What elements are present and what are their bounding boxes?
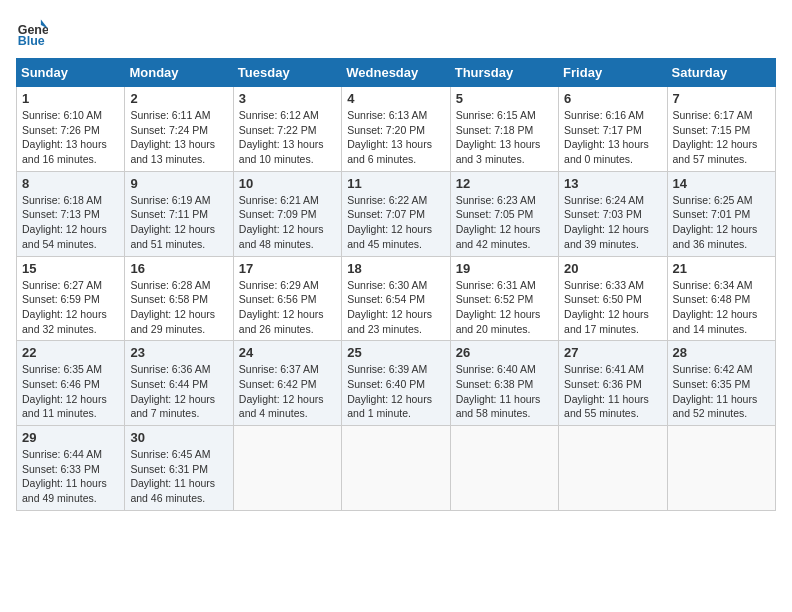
day-number: 21 [673, 261, 770, 276]
day-number: 1 [22, 91, 119, 106]
page-header: General Blue [16, 16, 776, 48]
day-number: 9 [130, 176, 227, 191]
calendar-cell: 1Sunrise: 6:10 AMSunset: 7:26 PMDaylight… [17, 87, 125, 172]
day-detail: Sunrise: 6:31 AMSunset: 6:52 PMDaylight:… [456, 278, 553, 337]
calendar-table: SundayMondayTuesdayWednesdayThursdayFrid… [16, 58, 776, 511]
day-detail: Sunrise: 6:12 AMSunset: 7:22 PMDaylight:… [239, 108, 336, 167]
day-number: 2 [130, 91, 227, 106]
calendar-week-5: 29Sunrise: 6:44 AMSunset: 6:33 PMDayligh… [17, 426, 776, 511]
day-detail: Sunrise: 6:23 AMSunset: 7:05 PMDaylight:… [456, 193, 553, 252]
calendar-week-4: 22Sunrise: 6:35 AMSunset: 6:46 PMDayligh… [17, 341, 776, 426]
calendar-cell: 29Sunrise: 6:44 AMSunset: 6:33 PMDayligh… [17, 426, 125, 511]
day-number: 13 [564, 176, 661, 191]
day-number: 8 [22, 176, 119, 191]
day-detail: Sunrise: 6:35 AMSunset: 6:46 PMDaylight:… [22, 362, 119, 421]
svg-text:Blue: Blue [18, 34, 45, 48]
calendar-cell: 24Sunrise: 6:37 AMSunset: 6:42 PMDayligh… [233, 341, 341, 426]
day-number: 24 [239, 345, 336, 360]
header-row: SundayMondayTuesdayWednesdayThursdayFrid… [17, 59, 776, 87]
day-detail: Sunrise: 6:18 AMSunset: 7:13 PMDaylight:… [22, 193, 119, 252]
day-detail: Sunrise: 6:21 AMSunset: 7:09 PMDaylight:… [239, 193, 336, 252]
calendar-cell: 2Sunrise: 6:11 AMSunset: 7:24 PMDaylight… [125, 87, 233, 172]
day-detail: Sunrise: 6:39 AMSunset: 6:40 PMDaylight:… [347, 362, 444, 421]
calendar-cell: 25Sunrise: 6:39 AMSunset: 6:40 PMDayligh… [342, 341, 450, 426]
calendar-cell: 7Sunrise: 6:17 AMSunset: 7:15 PMDaylight… [667, 87, 775, 172]
calendar-cell: 14Sunrise: 6:25 AMSunset: 7:01 PMDayligh… [667, 171, 775, 256]
day-number: 6 [564, 91, 661, 106]
day-number: 28 [673, 345, 770, 360]
calendar-cell: 6Sunrise: 6:16 AMSunset: 7:17 PMDaylight… [559, 87, 667, 172]
day-number: 15 [22, 261, 119, 276]
day-number: 29 [22, 430, 119, 445]
day-number: 7 [673, 91, 770, 106]
calendar-cell: 20Sunrise: 6:33 AMSunset: 6:50 PMDayligh… [559, 256, 667, 341]
day-detail: Sunrise: 6:45 AMSunset: 6:31 PMDaylight:… [130, 447, 227, 506]
calendar-cell: 26Sunrise: 6:40 AMSunset: 6:38 PMDayligh… [450, 341, 558, 426]
calendar-cell [342, 426, 450, 511]
calendar-cell: 3Sunrise: 6:12 AMSunset: 7:22 PMDaylight… [233, 87, 341, 172]
day-number: 10 [239, 176, 336, 191]
calendar-cell: 11Sunrise: 6:22 AMSunset: 7:07 PMDayligh… [342, 171, 450, 256]
calendar-cell: 23Sunrise: 6:36 AMSunset: 6:44 PMDayligh… [125, 341, 233, 426]
day-detail: Sunrise: 6:34 AMSunset: 6:48 PMDaylight:… [673, 278, 770, 337]
day-number: 30 [130, 430, 227, 445]
column-header-sunday: Sunday [17, 59, 125, 87]
day-number: 14 [673, 176, 770, 191]
day-detail: Sunrise: 6:15 AMSunset: 7:18 PMDaylight:… [456, 108, 553, 167]
day-number: 25 [347, 345, 444, 360]
day-detail: Sunrise: 6:33 AMSunset: 6:50 PMDaylight:… [564, 278, 661, 337]
calendar-cell: 17Sunrise: 6:29 AMSunset: 6:56 PMDayligh… [233, 256, 341, 341]
calendar-cell: 13Sunrise: 6:24 AMSunset: 7:03 PMDayligh… [559, 171, 667, 256]
logo-icon: General Blue [16, 16, 48, 48]
calendar-cell: 10Sunrise: 6:21 AMSunset: 7:09 PMDayligh… [233, 171, 341, 256]
calendar-cell: 9Sunrise: 6:19 AMSunset: 7:11 PMDaylight… [125, 171, 233, 256]
day-detail: Sunrise: 6:16 AMSunset: 7:17 PMDaylight:… [564, 108, 661, 167]
day-number: 26 [456, 345, 553, 360]
day-detail: Sunrise: 6:44 AMSunset: 6:33 PMDaylight:… [22, 447, 119, 506]
day-detail: Sunrise: 6:27 AMSunset: 6:59 PMDaylight:… [22, 278, 119, 337]
calendar-header: SundayMondayTuesdayWednesdayThursdayFrid… [17, 59, 776, 87]
calendar-cell: 22Sunrise: 6:35 AMSunset: 6:46 PMDayligh… [17, 341, 125, 426]
day-detail: Sunrise: 6:30 AMSunset: 6:54 PMDaylight:… [347, 278, 444, 337]
day-detail: Sunrise: 6:11 AMSunset: 7:24 PMDaylight:… [130, 108, 227, 167]
column-header-saturday: Saturday [667, 59, 775, 87]
calendar-cell: 28Sunrise: 6:42 AMSunset: 6:35 PMDayligh… [667, 341, 775, 426]
day-detail: Sunrise: 6:42 AMSunset: 6:35 PMDaylight:… [673, 362, 770, 421]
column-header-wednesday: Wednesday [342, 59, 450, 87]
calendar-cell: 8Sunrise: 6:18 AMSunset: 7:13 PMDaylight… [17, 171, 125, 256]
day-number: 17 [239, 261, 336, 276]
calendar-cell: 4Sunrise: 6:13 AMSunset: 7:20 PMDaylight… [342, 87, 450, 172]
day-number: 4 [347, 91, 444, 106]
calendar-cell: 5Sunrise: 6:15 AMSunset: 7:18 PMDaylight… [450, 87, 558, 172]
calendar-cell [450, 426, 558, 511]
day-number: 12 [456, 176, 553, 191]
calendar-cell: 30Sunrise: 6:45 AMSunset: 6:31 PMDayligh… [125, 426, 233, 511]
day-number: 19 [456, 261, 553, 276]
day-detail: Sunrise: 6:36 AMSunset: 6:44 PMDaylight:… [130, 362, 227, 421]
day-number: 20 [564, 261, 661, 276]
column-header-monday: Monday [125, 59, 233, 87]
day-detail: Sunrise: 6:28 AMSunset: 6:58 PMDaylight:… [130, 278, 227, 337]
day-detail: Sunrise: 6:24 AMSunset: 7:03 PMDaylight:… [564, 193, 661, 252]
calendar-cell: 21Sunrise: 6:34 AMSunset: 6:48 PMDayligh… [667, 256, 775, 341]
calendar-cell: 12Sunrise: 6:23 AMSunset: 7:05 PMDayligh… [450, 171, 558, 256]
column-header-tuesday: Tuesday [233, 59, 341, 87]
day-detail: Sunrise: 6:10 AMSunset: 7:26 PMDaylight:… [22, 108, 119, 167]
day-detail: Sunrise: 6:40 AMSunset: 6:38 PMDaylight:… [456, 362, 553, 421]
day-number: 22 [22, 345, 119, 360]
calendar-cell [667, 426, 775, 511]
day-number: 5 [456, 91, 553, 106]
calendar-week-3: 15Sunrise: 6:27 AMSunset: 6:59 PMDayligh… [17, 256, 776, 341]
day-number: 11 [347, 176, 444, 191]
day-detail: Sunrise: 6:25 AMSunset: 7:01 PMDaylight:… [673, 193, 770, 252]
day-number: 16 [130, 261, 227, 276]
day-detail: Sunrise: 6:22 AMSunset: 7:07 PMDaylight:… [347, 193, 444, 252]
calendar-cell [233, 426, 341, 511]
day-number: 18 [347, 261, 444, 276]
day-number: 23 [130, 345, 227, 360]
day-detail: Sunrise: 6:41 AMSunset: 6:36 PMDaylight:… [564, 362, 661, 421]
day-detail: Sunrise: 6:19 AMSunset: 7:11 PMDaylight:… [130, 193, 227, 252]
day-detail: Sunrise: 6:37 AMSunset: 6:42 PMDaylight:… [239, 362, 336, 421]
calendar-cell: 16Sunrise: 6:28 AMSunset: 6:58 PMDayligh… [125, 256, 233, 341]
day-detail: Sunrise: 6:29 AMSunset: 6:56 PMDaylight:… [239, 278, 336, 337]
